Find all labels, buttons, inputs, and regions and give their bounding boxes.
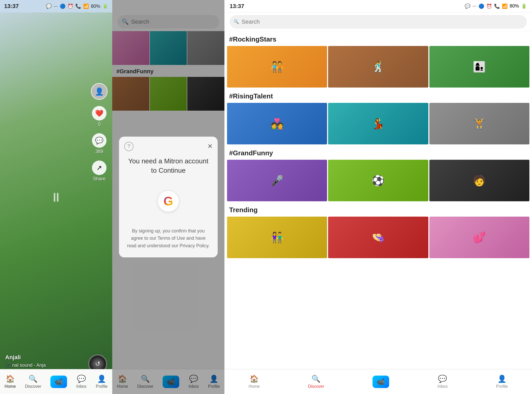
modal-title: You need a Mitron account to Continue [119, 151, 218, 175]
status-bar-right: 13:37 💬 ··· 🔵 ⏰ 📞 📶 80% 🔋 [224, 0, 532, 12]
pause-button[interactable]: ⏸ [50, 190, 62, 204]
nav-profile-right[interactable]: 👤 Profile [496, 375, 508, 389]
photo-risingtalent-2[interactable]: 💃 [328, 103, 428, 144]
photo-rockingstars-2[interactable]: 🕺 [328, 46, 428, 88]
video-info: Anjali 🎵 nal sound - Anja [5, 354, 46, 368]
video-author-avatar[interactable]: 👤 [91, 83, 108, 100]
action-column: 👤 ❤️ 0 💬 389 ↗ Share [91, 83, 108, 182]
share-button[interactable]: ↗ Share [92, 161, 107, 182]
nav-discover-left[interactable]: 🔍 Discover [25, 375, 41, 389]
video-sound-label: 🎵 nal sound - Anja [5, 362, 46, 368]
nav-profile-left[interactable]: 👤 Profile [96, 375, 108, 389]
video-username: Anjali [5, 354, 46, 361]
photo-grid-risingtalent: 💑 💃 🏋️ [227, 103, 529, 144]
photo-trending-2[interactable]: 👒 [328, 217, 428, 258]
photo-rockingstars-1[interactable]: 🧑‍🤝‍🧑 [227, 46, 327, 88]
left-video-panel: 13:37 💬 ··· 🔵 ⏰ 📞 📶 80% 🔋 ⏸ 👤 ❤️ 0 💬 389… [0, 0, 112, 394]
nav-discover-right[interactable]: 🔍 Discover [308, 375, 324, 389]
auth-modal: ? × You need a Mitron account to Continu… [119, 137, 218, 257]
time-left: 13:37 [4, 3, 19, 10]
google-g-logo: G [163, 194, 173, 208]
photo-grid-grandfunny: 🎤 ⚽ 🧑 [227, 160, 529, 201]
search-icon-right: 🔍 [234, 19, 239, 24]
right-discover-content: #RockingStars 🧑‍🤝‍🧑 🕺 👩‍👦 #RisingTalent … [224, 31, 532, 369]
help-icon[interactable]: ? [124, 142, 134, 151]
photo-grandfunny-2[interactable]: ⚽ [328, 160, 428, 201]
nav-camera-left[interactable]: 📹 [50, 376, 67, 388]
bottom-nav-left: 🏠 Home 🔍 Discover 📹 💬 Inbox 👤 Profile [0, 369, 112, 394]
time-right: 13:37 [230, 3, 244, 10]
photo-trending-3[interactable]: 💕 [429, 217, 529, 258]
middle-discover-panel: 🔍 #GrandFunny ? × Yo [112, 0, 224, 394]
modal-google-login-area[interactable]: G [119, 175, 218, 227]
photo-grid-trending: 👫 👒 💕 [227, 217, 529, 258]
bottom-nav-right: 🏠 Home 🔍 Discover 📹 💬 Inbox 👤 Profile [224, 369, 532, 394]
search-container-right[interactable]: 🔍 [230, 15, 527, 29]
photo-rockingstars-3[interactable]: 👩‍👦 [429, 46, 529, 88]
search-input-right[interactable] [242, 18, 523, 25]
photo-grandfunny-3[interactable]: 🧑 [429, 160, 529, 201]
like-button[interactable]: ❤️ 0 [92, 106, 107, 127]
nav-inbox-right[interactable]: 💬 Inbox [437, 375, 448, 389]
nav-home-right[interactable]: 🏠 Home [249, 375, 260, 389]
status-icons-left: 💬 ··· 🔵 ⏰ 📞 📶 80% 🔋 [46, 3, 108, 9]
photo-trending-1[interactable]: 👫 [227, 217, 327, 258]
nav-home-left[interactable]: 🏠 Home [5, 375, 16, 389]
modal-header: ? × [119, 137, 218, 151]
status-icons-right: 💬 ··· 🔵 ⏰ 📞 📶 80% 🔋 [465, 3, 527, 9]
modal-close-button[interactable]: × [208, 142, 212, 150]
section-title-risingtalent: #RisingTalent [227, 88, 529, 103]
nav-inbox-left[interactable]: 💬 Inbox [76, 375, 87, 389]
nav-camera-right[interactable]: 📹 [373, 376, 389, 388]
right-discover-panel: 13:37 💬 ··· 🔵 ⏰ 📞 📶 80% 🔋 🔍 #RockingStar… [224, 0, 532, 394]
section-title-grandfunny: #GrandFunny [227, 145, 529, 160]
status-bar-left: 13:37 💬 ··· 🔵 ⏰ 📞 📶 80% 🔋 [0, 0, 112, 12]
modal-overlay[interactable]: ? × You need a Mitron account to Continu… [112, 0, 224, 394]
section-title-rockingstars: #RockingStars [227, 31, 529, 46]
google-login-button[interactable]: G [158, 191, 179, 212]
comment-button[interactable]: 💬 389 [92, 133, 107, 154]
photo-grid-rockingstars: 🧑‍🤝‍🧑 🕺 👩‍👦 [227, 46, 529, 88]
modal-footer-text: By signing up, you confirm that you agre… [119, 227, 218, 257]
photo-risingtalent-3[interactable]: 🏋️ [429, 103, 529, 144]
section-title-trending: Trending [227, 202, 529, 217]
photo-risingtalent-1[interactable]: 💑 [227, 103, 327, 144]
photo-grandfunny-1[interactable]: 🎤 [227, 160, 327, 201]
right-search-bar: 🔍 [224, 12, 532, 31]
